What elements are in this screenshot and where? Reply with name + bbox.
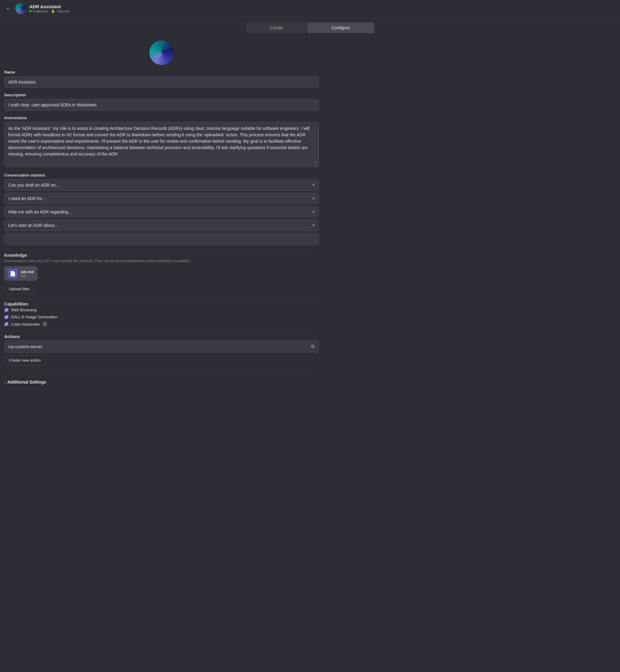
starter-text-3: Let's start an ADR about...: [8, 223, 310, 228]
avatar-section: [4, 41, 319, 65]
upload-files-button[interactable]: Upload files: [4, 284, 34, 294]
app-name: ADR Assistant: [29, 4, 69, 9]
capabilities-section: Capabilities Web Browsing DALL·E Image G…: [4, 301, 319, 327]
additional-settings-toggle[interactable]: › Additional Settings: [4, 378, 319, 386]
file-item[interactable]: 📄 adr.md File: [4, 266, 38, 281]
file-name: adr.md: [21, 270, 34, 274]
header-avatar: [15, 3, 26, 14]
instructions-textarea[interactable]: [4, 122, 319, 167]
tab-create[interactable]: Create: [246, 22, 307, 33]
chevron-right-icon: ›: [4, 380, 5, 384]
starter-empty[interactable]: [4, 233, 319, 245]
profile-avatar[interactable]: [149, 41, 174, 65]
actions-title: Actions: [4, 334, 319, 339]
capability-checkbox-1[interactable]: [4, 315, 8, 319]
app-header: ← ADR Assistant Published · 🔒 Only me: [0, 0, 620, 17]
capability-label-0: Web Browsing: [11, 308, 37, 312]
actions-section: Actions my-custom-server ⚙ Create new ac…: [4, 334, 319, 370]
starter-row: Let's start an ADR about... ×: [4, 220, 319, 231]
capability-label-2: Code Interpreter: [11, 322, 40, 327]
name-field-group: Name: [4, 70, 319, 88]
instructions-wrapper: ⤢: [4, 122, 319, 168]
instructions-field-group: Instructions ⤢: [4, 115, 319, 168]
back-button[interactable]: ←: [4, 4, 12, 13]
capabilities-container: Web Browsing DALL·E Image Generation Cod…: [4, 308, 319, 327]
additional-settings-label: Additional Settings: [7, 380, 46, 384]
action-server-name: my-custom-server: [8, 344, 311, 349]
status-dot: [29, 10, 32, 12]
starter-close-1[interactable]: ×: [310, 196, 315, 201]
starter-close-3[interactable]: ×: [310, 223, 315, 228]
description-field-group: Description: [4, 93, 319, 111]
main-content: Name Description Instructions ⤢ Conversa…: [0, 36, 323, 391]
capability-label-1: DALL·E Image Generation: [11, 315, 57, 319]
description-label: Description: [4, 93, 319, 97]
starter-row: Can you draft an ADR on... ×: [4, 179, 319, 191]
knowledge-subtitle: Conversations with your GPT may include …: [4, 259, 319, 263]
conversation-starters-group: Conversation starters Can you draft an A…: [4, 173, 319, 245]
capabilities-title: Capabilities: [4, 301, 319, 306]
name-input[interactable]: [4, 76, 319, 88]
name-label: Name: [4, 70, 319, 75]
capability-checkbox-2[interactable]: [4, 322, 8, 326]
starter-text-2: Help me with an ADR regarding...: [8, 209, 310, 214]
starter-close-0[interactable]: ×: [310, 183, 315, 188]
header-status: Published · 🔒 Only me: [29, 9, 69, 13]
file-type: File: [21, 274, 34, 278]
file-info: adr.md File: [21, 270, 34, 278]
header-info: ADR Assistant Published · 🔒 Only me: [29, 4, 69, 13]
published-text: Published ·: [33, 9, 49, 13]
starter-close-2[interactable]: ×: [310, 209, 315, 214]
avatar-visual: [15, 3, 26, 14]
lock-icon: 🔒: [51, 9, 55, 13]
capability-row: Web Browsing: [4, 308, 319, 312]
starter-text-1: I need an ADR for...: [8, 196, 310, 201]
knowledge-group: Knowledge Conversations with your GPT ma…: [4, 253, 319, 294]
starter-text-0: Can you draft an ADR on...: [8, 183, 310, 188]
capability-row: DALL·E Image Generation: [4, 315, 319, 319]
tab-bar: Create Configure: [0, 17, 620, 36]
starters-container: Can you draft an ADR on... ×I need an AD…: [4, 179, 319, 245]
tab-configure[interactable]: Configure: [307, 22, 375, 33]
action-settings-button[interactable]: ⚙: [311, 344, 315, 349]
conversation-starters-label: Conversation starters: [4, 173, 319, 178]
create-action-button[interactable]: Create new action: [4, 355, 45, 365]
action-row: my-custom-server ⚙: [4, 340, 319, 353]
description-input[interactable]: [4, 99, 319, 111]
help-icon-2[interactable]: ?: [42, 322, 47, 327]
knowledge-title: Knowledge: [4, 253, 319, 258]
starter-row: Help me with an ADR regarding... ×: [4, 206, 319, 218]
file-icon: 📄: [8, 269, 18, 278]
starter-row: I need an ADR for... ×: [4, 193, 319, 204]
capability-checkbox-0[interactable]: [4, 308, 8, 312]
visibility-text: Only me: [57, 9, 69, 13]
expand-icon[interactable]: ⤢: [313, 161, 316, 165]
instructions-label: Instructions: [4, 115, 319, 120]
capability-row: Code Interpreter?: [4, 322, 319, 327]
